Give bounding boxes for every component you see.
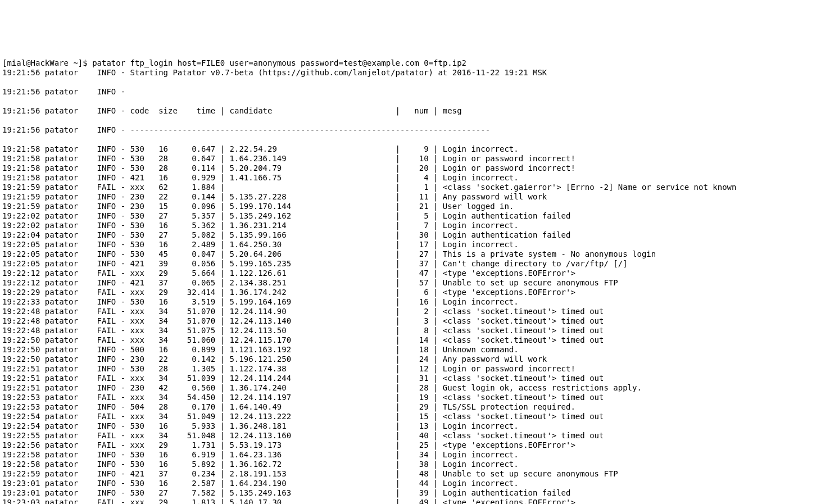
result-row: 19:21:59 patator INFO - 230 15 0.096 | 5… — [2, 202, 828, 211]
result-row: 19:22:33 patator INFO - 530 16 3.519 | 5… — [2, 297, 828, 307]
result-row: 19:21:58 patator INFO - 530 28 0.647 | 1… — [2, 154, 828, 164]
result-row: 19:23:03 patator FAIL - xxx 29 1.813 | 5… — [2, 498, 828, 504]
result-row: 19:23:01 patator INFO - 530 27 7.582 | 5… — [2, 488, 828, 498]
result-row: 19:22:54 patator FAIL - xxx 34 51.049 | … — [2, 412, 828, 421]
shell-prompt: [mial@HackWare ~]$ — [2, 58, 92, 67]
result-row: 19:22:48 patator FAIL - xxx 34 51.070 | … — [2, 307, 828, 316]
result-row: 19:21:59 patator FAIL - xxx 62 1.884 | |… — [2, 183, 828, 192]
result-row: 19:21:59 patator INFO - 230 22 0.144 | 5… — [2, 192, 828, 202]
result-row: 19:22:48 patator FAIL - xxx 34 51.075 | … — [2, 326, 828, 335]
result-row: 19:21:58 patator INFO - 421 16 0.929 | 1… — [2, 173, 828, 183]
result-row: 19:22:05 patator INFO - 530 16 2.489 | 1… — [2, 240, 828, 249]
blank-info-line: 19:21:56 patator INFO - — [2, 87, 828, 97]
result-row: 19:22:04 patator INFO - 530 27 5.082 | 5… — [2, 230, 828, 240]
result-row: 19:22:59 patator INFO - 421 37 0.234 | 2… — [2, 469, 828, 479]
result-row: 19:22:50 patator INFO - 500 16 0.899 | 1… — [2, 345, 828, 355]
result-row: 19:22:51 patator INFO - 530 28 1.305 | 1… — [2, 364, 828, 374]
result-row: 19:22:02 patator INFO - 530 16 5.362 | 1… — [2, 221, 828, 230]
result-row: 19:22:29 patator FAIL - xxx 29 32.414 | … — [2, 288, 828, 297]
result-rows: 19:21:58 patator INFO - 530 16 0.647 | 2… — [2, 144, 828, 504]
result-row: 19:22:53 patator INFO - 504 28 0.170 | 1… — [2, 402, 828, 412]
shell-command: patator ftp_login host=FILE0 user=anonym… — [92, 58, 466, 67]
result-row: 19:22:02 patator INFO - 530 27 5.357 | 5… — [2, 211, 828, 221]
result-row: 19:22:05 patator INFO - 421 39 0.056 | 5… — [2, 259, 828, 269]
result-row: 19:21:58 patator INFO - 530 28 0.114 | 5… — [2, 164, 828, 173]
result-row: 19:22:54 patator INFO - 530 16 5.933 | 1… — [2, 421, 828, 431]
result-row: 19:22:53 patator FAIL - xxx 34 54.450 | … — [2, 393, 828, 402]
result-row: 19:22:48 patator FAIL - xxx 34 51.070 | … — [2, 316, 828, 326]
startup-line: 19:21:56 patator INFO - Starting Patator… — [2, 68, 828, 78]
result-row: 19:22:58 patator INFO - 530 16 5.892 | 1… — [2, 460, 828, 469]
result-row: 19:23:01 patator INFO - 530 16 2.587 | 1… — [2, 479, 828, 488]
result-row: 19:22:12 patator INFO - 421 37 0.065 | 2… — [2, 278, 828, 288]
result-row: 19:22:50 patator INFO - 230 22 0.142 | 5… — [2, 355, 828, 364]
result-row: 19:22:58 patator INFO - 530 16 6.919 | 1… — [2, 450, 828, 460]
result-row: 19:21:58 patator INFO - 530 16 0.647 | 2… — [2, 144, 828, 154]
result-row: 19:22:55 patator FAIL - xxx 34 51.048 | … — [2, 431, 828, 441]
terminal-output[interactable]: [mial@HackWare ~]$ patator ftp_login hos… — [0, 48, 830, 504]
result-row: 19:22:50 patator FAIL - xxx 34 51.060 | … — [2, 335, 828, 345]
result-row: 19:22:56 patator FAIL - xxx 29 1.731 | 5… — [2, 441, 828, 450]
result-row: 19:22:05 patator INFO - 530 45 0.047 | 5… — [2, 249, 828, 259]
result-row: 19:22:51 patator INFO - 230 42 0.560 | 1… — [2, 383, 828, 393]
result-row: 19:22:12 patator FAIL - xxx 29 5.664 | 1… — [2, 269, 828, 278]
divider-line: 19:21:56 patator INFO - ----------------… — [2, 125, 828, 135]
result-row: 19:22:51 patator FAIL - xxx 34 51.039 | … — [2, 374, 828, 383]
header-line: 19:21:56 patator INFO - code size time |… — [2, 106, 828, 116]
